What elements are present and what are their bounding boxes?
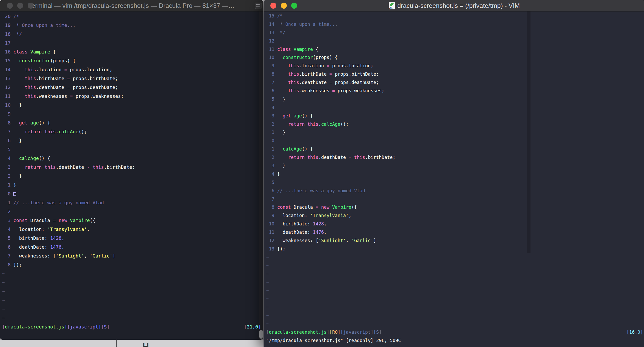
line-number: 13 <box>266 245 275 253</box>
terminal-marks-icon[interactable] <box>255 3 261 9</box>
code-line: 3 get age() { <box>266 112 644 120</box>
code-line: 2 return this.calcAge(); <box>266 120 644 129</box>
line-number: 4 <box>2 154 11 163</box>
line-number: 5 <box>2 234 11 243</box>
code-line: 2 return this.deathDate - this.birthDate… <box>266 153 644 162</box>
line-number: 19 <box>2 21 11 30</box>
line-number: 14 <box>2 65 11 74</box>
line-number: 13 <box>2 74 11 83</box>
line-number: 18 <box>2 30 11 39</box>
line-number: 15 <box>2 56 11 65</box>
vim-statusline: [dracula-screenshot.js][RO][javascript][… <box>266 328 644 337</box>
code-line: 7 <box>266 195 644 204</box>
code-line: 8}); <box>2 260 263 269</box>
code-line: 9 location: 'Transylvania', <box>266 212 644 220</box>
line-number: 8 <box>2 260 11 269</box>
filler-tilde: ~ <box>266 295 644 303</box>
line-number: 5 <box>266 95 275 104</box>
filler-tilde: ~ <box>266 303 644 312</box>
code-line: 10 } <box>2 101 263 110</box>
zoom-button[interactable] <box>28 3 34 9</box>
line-number: 10 <box>266 220 275 228</box>
code-line: 3 } <box>266 162 644 170</box>
code-line: 3 return this.deathDate - this.birthDate… <box>2 163 263 172</box>
terminal-window[interactable]: Terminal — vim /tmp/dracula-screenshot.j… <box>0 0 263 340</box>
filler-tilde: ~ <box>2 296 263 305</box>
line-number: 17 <box>2 39 11 47</box>
code-line: 16class Vampire { <box>2 47 263 56</box>
vim-statusline: [dracula-screenshot.js][javascript][S][2… <box>2 322 263 331</box>
vim-editor-right[interactable]: 15/*14 * Once upon a time...13 */1211cla… <box>264 11 644 347</box>
desktop-background: H <box>0 340 264 347</box>
filler-tilde: ~ <box>266 253 644 262</box>
code-line: 10 birthDate: 1428, <box>266 220 644 228</box>
terminal-titlebar[interactable]: Terminal — vim /tmp/dracula-screenshot.j… <box>0 0 263 11</box>
line-number: 1 <box>266 128 275 137</box>
marks-bar-icon <box>256 6 260 7</box>
desktop-artifact-line <box>116 340 117 347</box>
code-line: 6 } <box>2 136 263 145</box>
code-line: 18 */ <box>2 30 263 39</box>
document-icon: JS <box>389 2 395 9</box>
line-number: 15 <box>266 12 275 20</box>
vim-editor-left[interactable]: 20/*19 * Once upon a time...18 */1716cla… <box>0 11 263 340</box>
vim-commandline <box>2 331 263 340</box>
close-button[interactable] <box>7 3 13 9</box>
line-number: 0 <box>266 137 275 145</box>
code-line: 4 location: 'Transylvania', <box>2 225 263 234</box>
line-number: 12 <box>2 83 11 92</box>
filler-tilde: ~ <box>266 286 644 295</box>
code-line: 0 <box>266 137 644 145</box>
line-number: 3 <box>2 163 11 172</box>
code-line: 7 this.deathDate = props.deathDate; <box>266 79 644 87</box>
macvim-titlebar[interactable]: JS dracula-screenshot.js = (/private/tmp… <box>264 0 644 11</box>
code-line: 4} <box>266 170 644 178</box>
line-number: 2 <box>266 120 275 129</box>
macvim-window[interactable]: JS dracula-screenshot.js = (/private/tmp… <box>264 0 644 347</box>
line-number: 0 <box>2 189 11 198</box>
code-line: 7 weaknesses: ['Sunlight', 'Garlic'] <box>2 252 263 260</box>
code-line: 9 <box>2 110 263 118</box>
line-number: 7 <box>266 79 275 87</box>
line-number: 7 <box>2 252 11 260</box>
code-line: 11 deathDate: 1476, <box>266 228 644 237</box>
filler-tilde: ~ <box>266 270 644 278</box>
line-number: 7 <box>266 195 275 204</box>
filler-tilde: ~ <box>2 314 263 322</box>
line-number: 5 <box>2 145 11 154</box>
line-number: 6 <box>2 243 11 252</box>
code-line: 15/* <box>266 12 644 20</box>
line-number: 11 <box>2 92 11 101</box>
vim-ruler: [16,0] <box>627 328 643 337</box>
line-number: 1 <box>2 181 11 189</box>
close-button[interactable] <box>270 3 276 9</box>
code-line: 13 */ <box>266 29 644 37</box>
line-number: 16 <box>2 47 11 56</box>
zoom-button[interactable] <box>291 3 297 9</box>
line-number: 1 <box>2 198 11 207</box>
filler-tilde: ~ <box>2 278 263 287</box>
line-number: 6 <box>266 87 275 95</box>
code-line: 11class Vampire { <box>266 45 644 54</box>
marks-bar-icon <box>256 4 260 5</box>
vim-commandline: "/tmp/dracula-screenshot.js" [readonly] … <box>266 337 644 345</box>
window-title: dracula-screenshot.js = (/private/tmp) -… <box>397 2 520 9</box>
code-line: 6 this.weaknesses = props.weaknesses; <box>266 87 644 95</box>
code-line: 4 calcAge() { <box>2 154 263 163</box>
code-line: 6// ...there was a guy named Vlad <box>266 187 644 195</box>
code-line: 15 constructor(props) { <box>2 56 263 65</box>
minimize-button[interactable] <box>17 3 23 9</box>
code-line: 6 deathDate: 1476, <box>2 243 263 252</box>
code-line: 3const Dracula = new Vampire({ <box>2 216 263 225</box>
minimize-button[interactable] <box>281 3 287 9</box>
window-title: Terminal — vim /tmp/dracula-screenshot.j… <box>28 2 235 9</box>
code-line: 5 <box>266 178 644 187</box>
filler-tilde: ~ <box>266 278 644 287</box>
filler-tilde: ~ <box>2 269 263 278</box>
line-number: 10 <box>266 53 275 62</box>
line-number: 3 <box>266 112 275 120</box>
code-line: 1 } <box>266 128 644 137</box>
code-line: 17 <box>2 39 263 47</box>
line-number: 3 <box>266 162 275 170</box>
filler-tilde: ~ <box>266 320 644 328</box>
